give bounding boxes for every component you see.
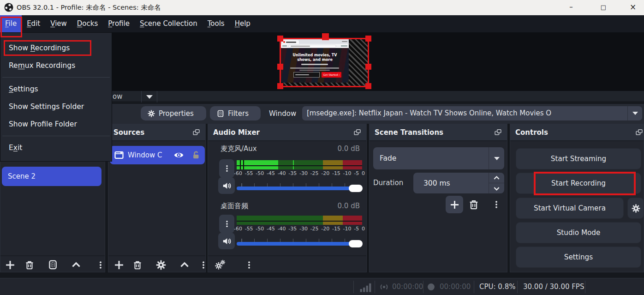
duration-spinbox[interactable]: 300 ms xyxy=(413,173,504,193)
advanced-audio-button double-gear-icon[interactable] xyxy=(215,260,225,271)
remove-transition-button trash-icon[interactable] xyxy=(468,199,479,210)
menu-item-view[interactable]: View xyxy=(45,15,72,32)
menu-bar: FileEditViewDocksProfileScene Collection… xyxy=(0,15,644,32)
visibility-eye-icon[interactable] xyxy=(173,150,184,160)
window-combobox[interactable]: [msedge.exe]: Netflix Japan - Watch TV S… xyxy=(302,106,642,120)
channel-name: 麦克风/Aux xyxy=(221,144,257,153)
slider-handle[interactable] xyxy=(349,185,363,192)
scene-item[interactable]: Scene 2 xyxy=(2,167,101,186)
remove-source-button trash-icon[interactable] xyxy=(132,260,143,270)
sources-more-button dots-vertical-icon[interactable] xyxy=(199,260,208,270)
congestion-bars-icon xyxy=(359,281,371,293)
netflix-email-input xyxy=(293,72,320,78)
virtual-camera-settings-button[interactable] xyxy=(627,198,644,219)
source-label: Window C xyxy=(128,146,162,164)
status-bar: 00:00:00 00:00:00 CPU: 0.8% 30.00 / 30.0… xyxy=(0,278,644,295)
popout-icon[interactable] xyxy=(353,128,361,136)
mute-button[interactable] xyxy=(218,177,235,194)
handle-middle-right[interactable] xyxy=(365,64,371,70)
scene-filters-button filter-icon[interactable] xyxy=(48,260,58,270)
scenes-more-button dots-vertical-icon[interactable] xyxy=(96,260,105,270)
netflix-cta-button: Get Started › xyxy=(322,72,341,78)
file-menu-item-exit[interactable]: Exit xyxy=(0,139,112,157)
transition-select[interactable]: Fade xyxy=(373,147,504,169)
lock-open-icon[interactable] xyxy=(191,151,200,159)
file-menu-item-settings[interactable]: Settings xyxy=(0,80,112,98)
add-scene-button plus-icon[interactable] xyxy=(5,260,15,270)
add-source-button plus-icon[interactable] xyxy=(114,260,124,270)
gear-icon xyxy=(148,110,155,117)
slider-handle[interactable] xyxy=(349,240,363,247)
handle-top-left[interactable] xyxy=(277,36,283,42)
source-selection[interactable]: Unlimited movies, TV shows, and more Get… xyxy=(280,38,369,87)
source-properties-button gear-icon[interactable] xyxy=(156,260,166,270)
volume-slider[interactable] xyxy=(237,183,362,193)
remove-scene-button trash-icon[interactable] xyxy=(24,260,35,270)
popout-icon[interactable] xyxy=(635,128,643,136)
handle-bottom-right[interactable] xyxy=(365,83,371,89)
volume-meter xyxy=(237,216,362,225)
audio-mixer-panel: Audio Mixer 麦克风/Aux 0.0 dB -60-55-50-45-… xyxy=(208,124,367,272)
close-button[interactable]: × xyxy=(622,0,644,15)
obs-window: OBS 32.0.1 - Profile: 未命名 - Scenes: 未命名 … xyxy=(0,0,644,295)
source-item[interactable]: Window C xyxy=(110,146,205,164)
move-source-up-button chevron-up-icon[interactable] xyxy=(179,260,190,270)
annotation-box-show-recordings xyxy=(4,40,91,56)
mixer-more-button dots-vertical-icon[interactable] xyxy=(245,260,253,270)
handle-top-center[interactable] xyxy=(322,33,329,40)
menu-item-edit[interactable]: Edit xyxy=(22,15,45,32)
popout-icon[interactable] xyxy=(192,128,200,136)
menu-item-scene-collection[interactable]: Scene Collection xyxy=(135,15,203,32)
duration-up-button[interactable] xyxy=(493,173,500,183)
tab-favicon xyxy=(283,41,285,43)
browser-tab-bar xyxy=(281,39,349,44)
channel-db: 0.0 dB xyxy=(338,144,360,153)
volume-meter xyxy=(237,160,362,169)
file-menu-item-show-profile-folder[interactable]: Show Profile Folder xyxy=(0,115,112,133)
scene-transitions-header: Scene Transitions xyxy=(370,124,507,141)
start-streaming-button[interactable]: Start Streaming xyxy=(516,148,641,169)
window-capture-icon xyxy=(114,151,124,160)
popout-icon[interactable] xyxy=(494,128,502,136)
filter-icon xyxy=(217,110,224,117)
handle-top-right[interactable] xyxy=(365,36,371,42)
handle-bottom-left[interactable] xyxy=(277,83,283,89)
channel-db: 0.0 dB xyxy=(338,202,360,210)
studio-mode-button[interactable]: Studio Mode xyxy=(516,222,641,243)
sources-header: Sources xyxy=(108,124,205,141)
duration-down-button[interactable] xyxy=(493,183,500,193)
chevron-down-icon xyxy=(494,157,500,160)
speaker-icon xyxy=(222,181,231,190)
move-scene-up-button chevron-up-icon[interactable] xyxy=(71,260,81,270)
menu-separator xyxy=(2,77,110,78)
file-menu-item-remux-recordings[interactable]: Remux Recordings xyxy=(0,57,112,74)
minimize-button[interactable]: – xyxy=(561,0,582,15)
menu-item-profile[interactable]: Profile xyxy=(103,15,135,32)
window-label: Window xyxy=(269,104,296,124)
properties-button[interactable]: Properties xyxy=(141,106,206,120)
mute-button[interactable] xyxy=(218,233,235,249)
file-menu-item-show-settings-folder[interactable]: Show Settings Folder xyxy=(0,98,112,115)
plus-icon xyxy=(450,200,459,210)
handle-middle-left[interactable] xyxy=(277,64,283,70)
gear-icon xyxy=(632,204,640,213)
maximize-button[interactable]: □ xyxy=(593,0,614,15)
filters-button[interactable]: Filters xyxy=(210,106,261,120)
channel-options-button[interactable] xyxy=(219,159,234,178)
menu-item-tools[interactable]: Tools xyxy=(203,15,230,32)
transition-more-button dots-vertical-icon[interactable] xyxy=(492,199,501,210)
add-transition-button[interactable] xyxy=(446,196,463,213)
channel-options-button[interactable] xyxy=(219,215,234,233)
cpu-usage: CPU: 0.8% xyxy=(479,278,515,295)
volume-slider[interactable] xyxy=(237,239,362,249)
crop-hatch-right xyxy=(349,39,368,86)
menu-item-docks[interactable]: Docks xyxy=(72,15,103,32)
menu-item-help[interactable]: Help xyxy=(230,15,256,32)
slider-track xyxy=(237,187,362,190)
netflix-thumbnail: Unlimited movies, TV shows, and more Get… xyxy=(281,39,349,83)
start-virtual-camera-button[interactable]: Start Virtual Camera xyxy=(516,198,624,219)
netflix-page: Unlimited movies, TV shows, and more Get… xyxy=(281,48,349,83)
settings-button[interactable]: Settings xyxy=(516,247,641,268)
sources-toolbar xyxy=(108,255,205,273)
window-select-dropdown-button[interactable] xyxy=(142,91,157,102)
